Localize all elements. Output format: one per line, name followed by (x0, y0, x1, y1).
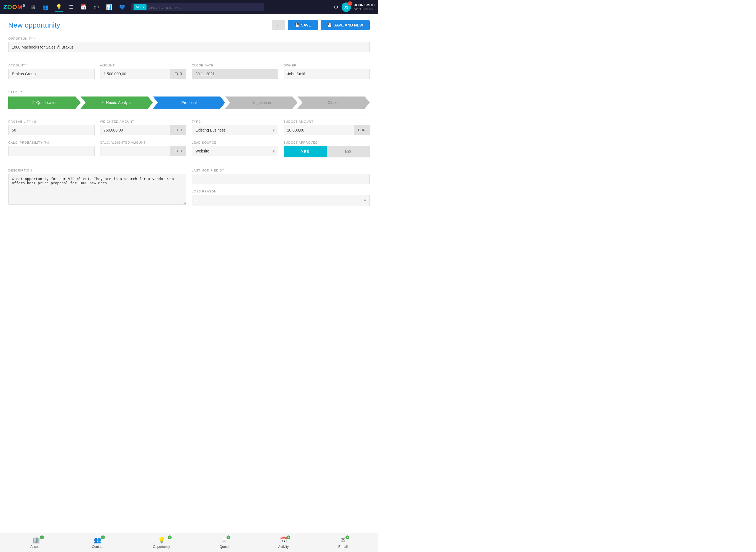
account-amount-row: ACCOUNT * AMOUNT EUR CLOSE DATE OWNER (8, 64, 370, 79)
nav-icon-grid[interactable]: ⊞ (30, 3, 36, 11)
amount-label: AMOUNT (100, 64, 187, 67)
loss-reason-input[interactable] (192, 195, 361, 205)
nav-icon-tag[interactable]: 🏷 (93, 3, 100, 11)
budget-amount-group: EUR (284, 125, 370, 135)
budget-amount-input[interactable] (284, 125, 354, 135)
close-date-label: CLOSE DATE (192, 64, 278, 67)
settings-icon[interactable]: ⚙ (334, 4, 338, 10)
weighted-amount-group: EUR (100, 125, 187, 135)
nav-icon-lightbulb[interactable]: 💡 (55, 3, 63, 12)
search-dropdown[interactable]: ALL ▾ (133, 4, 146, 10)
loss-reason-dropdown-icon[interactable]: ▾ (361, 195, 369, 206)
stage-closed[interactable]: Closed (298, 97, 370, 109)
budget-approved-label: BUDGET APPROVED (284, 141, 370, 144)
probability-label: PROBABILITY (%) (8, 120, 95, 123)
last-modified-field: LAST MODIFIED BY (192, 169, 370, 184)
prob-weighted-row: PROBABILITY (%) WEIGHTED AMOUNT EUR TYPE… (8, 120, 370, 135)
description-label: DESCRIPTION (8, 169, 186, 172)
nav-icon-menu[interactable]: ☰ (68, 3, 75, 11)
account-input[interactable] (8, 68, 95, 79)
budget-currency-badge: EUR (354, 125, 370, 135)
nav-icons-group: ⊞ 👥 💡 ☰ 📅 🏷 📊 💙 ALL ▾ (30, 3, 332, 12)
save-and-new-button[interactable]: 💾 SAVE AND NEW (321, 20, 370, 30)
description-textarea[interactable]: Great opportunity for our VIP client. Th… (8, 174, 186, 204)
weighted-amount-field: WEIGHTED AMOUNT EUR (100, 120, 187, 135)
lead-source-label: LEAD SOURCE (192, 141, 278, 144)
calc-currency-badge: EUR (171, 146, 186, 156)
right-fields: LAST MODIFIED BY LOSS REASON ▾ (192, 169, 370, 206)
opportunity-input[interactable] (8, 42, 370, 52)
nav-icon-chart[interactable]: 📊 (105, 3, 113, 11)
user-name: JOHN SMITH (354, 3, 375, 8)
page-header: New opportunity ← 💾 SAVE 💾 SAVE AND NEW (8, 20, 370, 30)
lead-source-select[interactable]: Website Cold Call Referral (192, 146, 278, 156)
top-navigation: ZOOM5 ⊞ 👥 💡 ☰ 📅 🏷 📊 💙 ALL ▾ ⚙ JS 1 JOHN … (0, 0, 378, 14)
stage-label: STAGE * (8, 91, 370, 94)
loss-reason-field: LOSS REASON ▾ (192, 190, 370, 206)
notification-badge: 1 (348, 1, 352, 6)
budget-amount-field: BUDGET AMOUNT EUR (284, 120, 370, 135)
account-label: ACCOUNT * (8, 64, 95, 67)
budget-approved-field: BUDGET APPROVED YES NO (284, 141, 370, 157)
opportunity-section: OPPORTUNITY * (8, 37, 370, 52)
calc-probability-input[interactable] (8, 146, 95, 156)
calc-probability-label: CALC. PROBABILITY (%) (8, 141, 95, 144)
calc-weighted-input[interactable] (100, 146, 171, 156)
loss-reason-label: LOSS REASON (192, 190, 370, 193)
calc-weighted-field: CALC. WEIGHTED AMOUNT EUR (100, 141, 187, 157)
page-title: New opportunity (8, 21, 60, 29)
calc-weighted-group: EUR (100, 146, 187, 156)
weighted-amount-input[interactable] (100, 125, 171, 135)
stage-negotiation[interactable]: Negotiation (225, 97, 298, 109)
check-icon: ✓ (31, 100, 34, 105)
user-info: JOHN SMITH VP of Products (354, 3, 375, 11)
amount-input[interactable] (100, 68, 171, 79)
nav-icon-people[interactable]: 👥 (41, 3, 50, 11)
nav-icon-calendar[interactable]: 📅 (80, 3, 88, 11)
budget-approved-no-button[interactable]: NO (327, 146, 369, 157)
probability-input[interactable] (8, 125, 95, 135)
save-new-icon: 💾 (327, 23, 332, 27)
main-content: New opportunity ← 💾 SAVE 💾 SAVE AND NEW … (0, 14, 378, 217)
avatar[interactable]: JS 1 (342, 2, 351, 12)
calc-lead-row: CALC. PROBABILITY (%) CALC. WEIGHTED AMO… (8, 141, 370, 157)
nav-right: ⚙ JS 1 JOHN SMITH VP of Products (334, 2, 375, 12)
stage-proposal[interactable]: Proposal (153, 97, 225, 109)
stage-qualification[interactable]: ✓ Qualification (8, 97, 81, 109)
last-modified-label: LAST MODIFIED BY (192, 169, 370, 172)
budget-approved-yes-button[interactable]: YES (284, 146, 327, 157)
save-button[interactable]: 💾 SAVE (288, 20, 318, 30)
weighted-amount-label: WEIGHTED AMOUNT (100, 120, 187, 123)
user-title: VP of Products (354, 7, 375, 11)
search-bar: ALL ▾ (131, 3, 264, 11)
account-field: ACCOUNT * (8, 64, 95, 79)
currency-badge: EUR (171, 68, 186, 79)
last-modified-input[interactable] (192, 174, 370, 184)
budget-amount-label: BUDGET AMOUNT (284, 120, 370, 123)
close-date-field: CLOSE DATE (192, 64, 278, 79)
owner-input[interactable] (284, 68, 370, 79)
stage-needs-analysis[interactable]: ✓ Needs Analysis (81, 97, 153, 109)
description-row: DESCRIPTION Great opportunity for our VI… (8, 169, 370, 206)
header-actions: ← 💾 SAVE 💾 SAVE AND NEW (272, 20, 370, 30)
weighted-currency-badge: EUR (171, 125, 186, 135)
owner-label: OWNER (284, 64, 370, 67)
calc-probability-field: CALC. PROBABILITY (%) (8, 141, 95, 157)
app-logo: ZOOM5 (3, 3, 25, 11)
opportunity-label: OPPORTUNITY * (8, 37, 370, 40)
type-select-wrapper: Existing Business New Business (192, 125, 278, 135)
search-input[interactable] (148, 5, 261, 9)
back-button[interactable]: ← (272, 20, 285, 30)
lead-source-field: LEAD SOURCE Website Cold Call Referral (192, 141, 278, 157)
stage-section: STAGE * ✓ Qualification ✓ Needs Analysis… (8, 91, 370, 109)
owner-field: OWNER (284, 64, 370, 79)
loss-reason-group: ▾ (192, 195, 370, 206)
save-icon: 💾 (295, 23, 299, 27)
check-icon-2: ✓ (101, 100, 104, 105)
type-select[interactable]: Existing Business New Business (192, 125, 278, 135)
type-field: TYPE Existing Business New Business (192, 120, 278, 135)
nav-icon-heart[interactable]: 💙 (118, 3, 126, 11)
close-date-input[interactable] (192, 68, 278, 79)
calc-weighted-label: CALC. WEIGHTED AMOUNT (100, 141, 187, 144)
type-label: TYPE (192, 120, 278, 123)
